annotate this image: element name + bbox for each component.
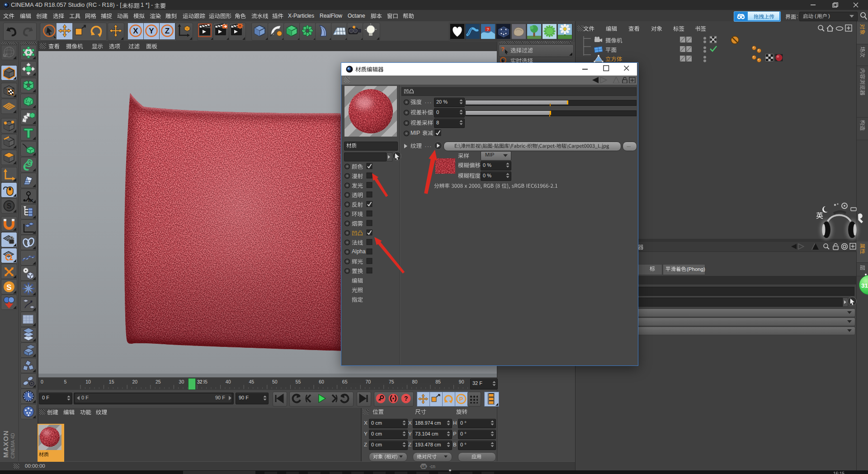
- svg-text:S: S: [6, 283, 11, 292]
- svg-text:Y: Y: [149, 27, 154, 35]
- svg-text:P: P: [459, 396, 463, 403]
- svg-text:X: X: [133, 27, 138, 35]
- svg-text:S: S: [7, 202, 12, 210]
- svg-text:?: ?: [404, 395, 408, 402]
- svg-text:31: 31: [861, 282, 868, 289]
- svg-text:fx: fx: [28, 197, 33, 204]
- svg-text:Z: Z: [165, 27, 170, 35]
- svg-text:UI: UI: [422, 465, 426, 469]
- svg-text:·cn: ·cn: [429, 464, 435, 469]
- svg-text:?: ?: [486, 27, 489, 32]
